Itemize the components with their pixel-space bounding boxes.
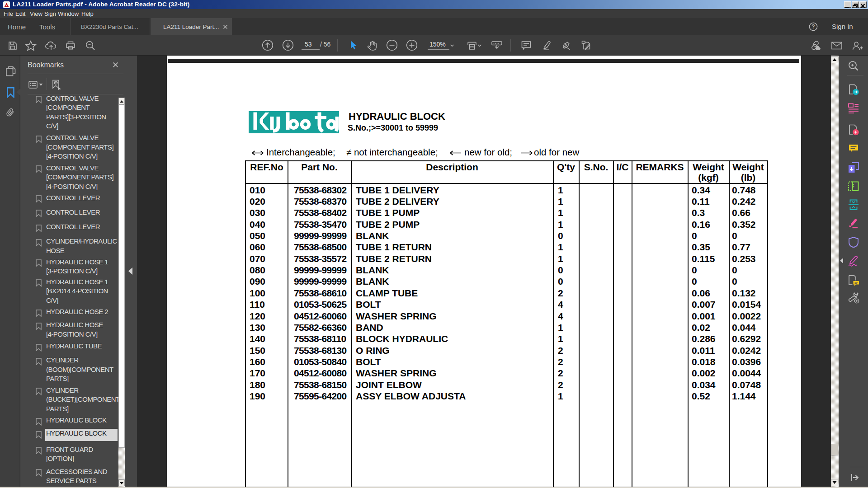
svg-text:?: ? <box>811 23 815 30</box>
